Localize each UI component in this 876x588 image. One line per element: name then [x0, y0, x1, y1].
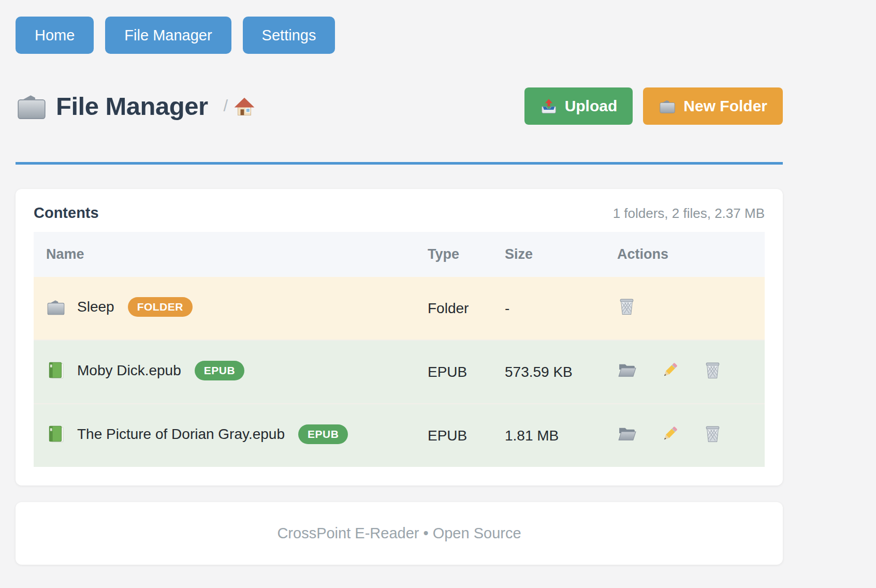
files-table: Name Type Size Actions Sleep FOLDER Fold…: [34, 232, 765, 467]
book-icon: [46, 425, 66, 444]
col-header-type: Type: [415, 232, 492, 277]
trash-icon: [617, 297, 636, 316]
upload-button[interactable]: Upload: [524, 87, 633, 125]
breadcrumb-separator: /: [224, 97, 228, 115]
top-nav: Home File Manager Settings: [16, 0, 783, 54]
delete-button[interactable]: [617, 297, 636, 316]
open-button[interactable]: [617, 424, 636, 443]
page-header: File Manager / Upload New Folder: [16, 87, 783, 125]
open-folder-icon: [617, 424, 636, 443]
col-header-actions: Actions: [605, 232, 765, 277]
folder-icon: [16, 92, 48, 121]
nav-file-manager-button[interactable]: File Manager: [105, 17, 231, 54]
accent-divider: [16, 162, 783, 165]
name-cell: Sleep FOLDER: [34, 277, 415, 337]
nav-settings-button[interactable]: Settings: [243, 17, 335, 54]
page-title: File Manager: [56, 92, 208, 121]
card-head: Contents 1 folders, 2 files, 2.37 MB: [34, 200, 765, 232]
title-group: File Manager /: [16, 92, 255, 121]
open-folder-icon: [617, 361, 636, 379]
new-folder-button[interactable]: New Folder: [643, 87, 783, 125]
file-name: The Picture of Dorian Gray.epub: [77, 426, 285, 443]
breadcrumb-home-link[interactable]: [234, 96, 255, 116]
folder-badge: FOLDER: [128, 297, 193, 317]
new-folder-button-label: New Folder: [683, 97, 767, 115]
pencil-icon: [660, 424, 679, 443]
edit-button[interactable]: [660, 361, 679, 379]
epub-badge: EPUB: [298, 424, 348, 444]
type-cell: EPUB: [415, 340, 492, 404]
nav-home-button[interactable]: Home: [16, 17, 94, 54]
size-cell: 573.59 KB: [492, 340, 605, 404]
table-row-dorian-gray[interactable]: The Picture of Dorian Gray.epub EPUB EPU…: [34, 404, 765, 467]
type-cell: Folder: [415, 277, 492, 340]
col-header-size: Size: [492, 232, 605, 277]
footer-text: CrossPoint E-Reader • Open Source: [277, 525, 521, 541]
header-actions: Upload New Folder: [524, 87, 783, 125]
trash-icon: [703, 361, 722, 379]
house-icon: [234, 96, 255, 116]
contents-heading: Contents: [34, 204, 99, 222]
book-icon: [46, 361, 66, 380]
size-cell: -: [492, 277, 605, 340]
actions-cell: [605, 277, 765, 340]
upload-button-label: Upload: [565, 97, 618, 115]
file-name: Moby Dick.epub: [77, 362, 181, 379]
trash-icon: [703, 424, 722, 443]
folder-icon: [46, 298, 66, 316]
table-header-row: Name Type Size Actions: [34, 232, 765, 277]
folder-name: Sleep: [77, 299, 114, 315]
pencil-icon: [660, 361, 679, 379]
actions-cell: [605, 340, 765, 404]
edit-button[interactable]: [660, 424, 679, 443]
size-cell: 1.81 MB: [492, 404, 605, 467]
name-cell: Moby Dick.epub EPUB: [34, 341, 415, 401]
footer: CrossPoint E-Reader • Open Source: [16, 502, 783, 565]
folder-icon: [659, 98, 676, 114]
actions-cell: [605, 404, 765, 467]
contents-summary: 1 folders, 2 files, 2.37 MB: [613, 205, 765, 222]
table-row-sleep[interactable]: Sleep FOLDER Folder -: [34, 277, 765, 340]
delete-button[interactable]: [703, 424, 722, 443]
open-button[interactable]: [617, 361, 636, 379]
delete-button[interactable]: [703, 361, 722, 379]
col-header-name: Name: [34, 232, 415, 277]
epub-badge: EPUB: [195, 361, 244, 380]
type-cell: EPUB: [415, 404, 492, 467]
contents-card: Contents 1 folders, 2 files, 2.37 MB Nam…: [16, 189, 783, 486]
name-cell: The Picture of Dorian Gray.epub EPUB: [34, 404, 415, 464]
outbox-tray-icon: [540, 98, 558, 114]
table-row-moby-dick[interactable]: Moby Dick.epub EPUB EPUB 573.59 KB: [34, 340, 765, 404]
